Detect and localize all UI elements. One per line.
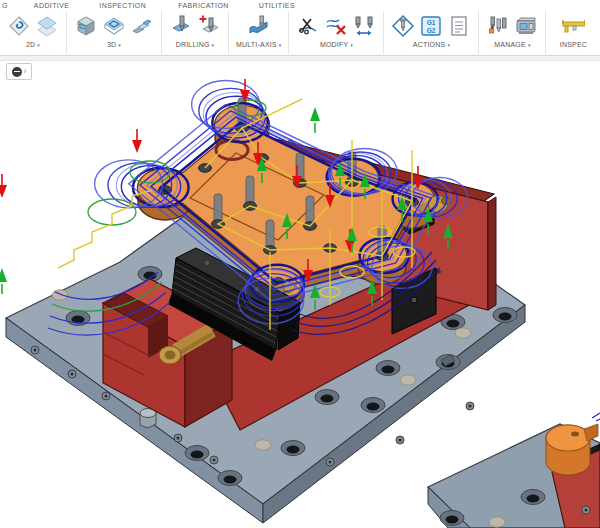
group-actions: G1 G2 ACTIONS▾ <box>384 11 479 54</box>
group-label-inspection[interactable]: INSPEC <box>560 41 587 48</box>
adaptive-clearing-icon[interactable] <box>74 14 98 38</box>
probe-icon[interactable] <box>561 14 585 38</box>
svg-text:G2: G2 <box>427 27 436 34</box>
ramp-icon[interactable] <box>130 14 154 38</box>
chevron-down-icon: ▾ <box>37 42 40 48</box>
chevron-down-icon: ▾ <box>212 42 215 48</box>
chevron-down-icon: ▾ <box>350 42 353 48</box>
group-label-manage[interactable]: MANAGE▾ <box>494 41 530 48</box>
tab-fabrication[interactable]: FABRICATION <box>178 2 229 9</box>
hex-bolt <box>140 409 156 429</box>
group-label-multi-axis[interactable]: MULTI-AXIS▾ <box>236 41 281 48</box>
group-manage: MANAGE▾ <box>479 11 546 54</box>
3d-pocket-icon[interactable] <box>102 14 126 38</box>
delete-toolpath-icon[interactable] <box>324 14 348 38</box>
swarf-icon[interactable] <box>247 14 271 38</box>
trim-toolpath-icon[interactable] <box>296 14 320 38</box>
svg-text:G1: G1 <box>427 19 436 26</box>
setup-sheet-icon[interactable] <box>447 14 471 38</box>
tab-utilities[interactable]: UTILITIES <box>259 2 295 9</box>
tab-inspection[interactable]: INSPECTION <box>99 2 146 9</box>
exchange-tool-icon[interactable] <box>352 14 376 38</box>
viewport-3d[interactable] <box>0 0 600 528</box>
group-drilling: DRILLING▾ <box>162 11 229 54</box>
group-label-2d[interactable]: 2D▾ <box>26 41 40 48</box>
group-2d: 2D▾ <box>0 11 67 54</box>
drill-icon[interactable] <box>169 14 193 38</box>
toolbar-tab-strip: G ADDITIVE INSPECTION FABRICATION UTILIT… <box>0 0 600 11</box>
group-label-modify[interactable]: MODIFY▾ <box>320 41 353 48</box>
machine-library-icon[interactable] <box>514 14 538 38</box>
toolbar-lower-strip <box>0 56 600 61</box>
chevron-down-icon: ▾ <box>528 42 531 48</box>
post-process-icon[interactable]: G1 G2 <box>419 14 443 38</box>
tap-icon[interactable] <box>197 14 221 38</box>
tool-library-icon[interactable] <box>486 14 510 38</box>
browser-expand-button[interactable]: › <box>6 63 32 80</box>
simulate-icon[interactable] <box>391 14 415 38</box>
manufacture-toolbar: G ADDITIVE INSPECTION FABRICATION UTILIT… <box>0 0 600 56</box>
group-inspection: INSPEC <box>546 11 600 54</box>
group-multi-axis: MULTI-AXIS▾ <box>229 11 289 54</box>
tab-milling-partial[interactable]: G <box>2 2 8 9</box>
tab-additive[interactable]: ADDITIVE <box>34 2 69 9</box>
chevron-down-icon: ▾ <box>118 42 121 48</box>
group-label-drilling[interactable]: DRILLING▾ <box>176 41 215 48</box>
chevron-right-icon: › <box>24 67 27 76</box>
face-icon[interactable] <box>35 14 59 38</box>
chevron-down-icon: ▾ <box>279 42 282 48</box>
group-label-actions[interactable]: ACTIONS▾ <box>413 41 450 48</box>
group-modify: MODIFY▾ <box>289 11 384 54</box>
2d-pocket-icon[interactable] <box>7 14 31 38</box>
group-3d: 3D▾ <box>67 11 162 54</box>
chevron-down-icon: ▾ <box>447 42 450 48</box>
browser-bullet-icon <box>12 67 22 77</box>
group-label-3d[interactable]: 3D▾ <box>107 41 121 48</box>
